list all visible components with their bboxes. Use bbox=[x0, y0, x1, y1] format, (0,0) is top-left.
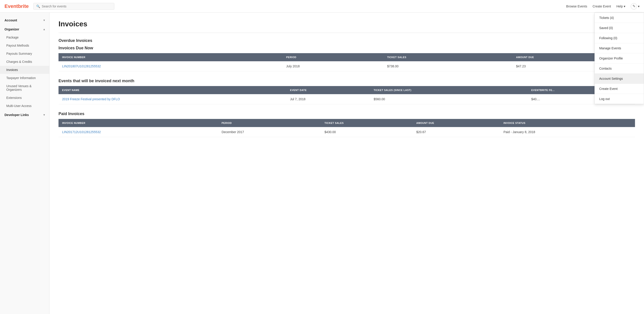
sidebar-item-package[interactable]: Package bbox=[0, 33, 49, 42]
user-menu-button[interactable]: ✎ ▾ bbox=[631, 3, 640, 10]
sidebar-item-extensions[interactable]: Extensions bbox=[0, 94, 49, 102]
dropdown-logout[interactable]: Log out bbox=[595, 94, 644, 104]
account-label: Account bbox=[4, 19, 17, 22]
paid-invoice-link-0[interactable]: LIN201712U101281255532 bbox=[62, 130, 101, 134]
dropdown-contacts[interactable]: Contacts bbox=[595, 64, 644, 74]
organizer-chevron: ▴ bbox=[44, 28, 45, 31]
col-paid-ticket-sales: Ticket Sales bbox=[321, 119, 413, 127]
sidebar-item-invoices[interactable]: Invoices bbox=[0, 66, 49, 74]
col-invoice-status: Invoice Status bbox=[500, 119, 635, 127]
due-now-ticket-sales-0: $738.00 bbox=[384, 61, 512, 71]
next-month-row-0: 2019 Freeze Festival presented by DFLO J… bbox=[58, 94, 635, 104]
overdue-section-title: Overdue Invoices bbox=[58, 38, 635, 43]
due-now-section-title: Invoices Due Now bbox=[58, 46, 635, 51]
organizer-label: Organizer bbox=[4, 28, 19, 31]
dropdown-tickets[interactable]: Tickets (4) bbox=[595, 13, 644, 23]
col-event-date: Event Date bbox=[286, 86, 370, 94]
col-period: Period bbox=[282, 53, 384, 61]
sidebar-item-charges-credits[interactable]: Charges & Credits bbox=[0, 58, 49, 66]
developer-header[interactable]: Developer Links ▾ bbox=[0, 111, 49, 119]
sidebar-item-multi-user[interactable]: Multi-User Access bbox=[0, 102, 49, 110]
dropdown-create-event[interactable]: Create Event bbox=[595, 84, 644, 94]
organizer-header[interactable]: Organizer ▴ bbox=[0, 25, 49, 33]
col-event-name: Event Name bbox=[58, 86, 286, 94]
top-nav: Eventbrite 🔍 Browse Events Create Event … bbox=[0, 0, 644, 13]
user-dropdown: Tickets (4) Saved (0) Following (0) Mana… bbox=[594, 13, 644, 104]
due-now-table: Invoice Number Period Ticket Sales Amoun… bbox=[58, 53, 635, 71]
account-section: Account ▾ bbox=[0, 16, 49, 24]
next-month-section-title: Events that will be invoiced next month bbox=[58, 79, 635, 83]
create-event-link[interactable]: Create Event bbox=[592, 5, 611, 8]
dropdown-saved[interactable]: Saved (0) bbox=[595, 23, 644, 33]
col-paid-period: Period bbox=[218, 119, 321, 127]
account-chevron: ▾ bbox=[44, 19, 45, 22]
next-month-event-link-0[interactable]: 2019 Freeze Festival presented by DFLO bbox=[62, 97, 120, 101]
search-bar[interactable]: 🔍 bbox=[33, 3, 114, 10]
app-body: Account ▾ Organizer ▴ Package Payout Met… bbox=[0, 13, 644, 314]
paid-ticket-sales-0: $430.00 bbox=[321, 127, 413, 137]
dropdown-manage-events[interactable]: Manage Events bbox=[595, 43, 644, 53]
sidebar-item-taxpayer[interactable]: Taxpayer Information bbox=[0, 74, 49, 82]
nav-links: Browse Events Create Event Help ▾ ✎ ▾ bbox=[566, 3, 640, 10]
account-header[interactable]: Account ▾ bbox=[0, 16, 49, 24]
search-icon: 🔍 bbox=[36, 5, 40, 8]
paid-period-0: December 2017 bbox=[218, 127, 321, 137]
next-month-header-row: Event Name Event Date Ticket Sales (Sinc… bbox=[58, 86, 635, 94]
paid-row-0: LIN201712U101281255532 December 2017 $43… bbox=[58, 127, 635, 137]
paid-table: Invoice Number Period Ticket Sales Amoun… bbox=[58, 119, 635, 137]
next-month-table: Event Name Event Date Ticket Sales (Sinc… bbox=[58, 86, 635, 104]
help-link[interactable]: Help ▾ bbox=[616, 5, 625, 8]
col-ticket-sales: Ticket Sales bbox=[384, 53, 512, 61]
user-avatar: ✎ bbox=[631, 3, 637, 10]
organizer-section: Organizer ▴ Package Payout Methods Payou… bbox=[0, 25, 49, 110]
sidebar: Account ▾ Organizer ▴ Package Payout Met… bbox=[0, 13, 50, 314]
next-month-date-0: Jul 7, 2018 bbox=[286, 94, 370, 104]
paid-amount-due-0: $20.67 bbox=[413, 127, 500, 137]
dropdown-organizer-profile[interactable]: Organizer Profile bbox=[595, 53, 644, 64]
developer-section: Developer Links ▾ bbox=[0, 111, 49, 119]
dropdown-account-settings[interactable]: Account Settings bbox=[595, 74, 644, 84]
browse-events-link[interactable]: Browse Events bbox=[566, 5, 587, 8]
next-month-ticket-sales-0: $560.00 bbox=[370, 94, 528, 104]
paid-status-0: Paid - January 8, 2018 bbox=[500, 127, 635, 137]
developer-label: Developer Links bbox=[4, 113, 29, 117]
col-paid-amount-due: Amount Due bbox=[413, 119, 500, 127]
col-ticket-sales-since: Ticket Sales (Since Last) bbox=[370, 86, 528, 94]
due-now-header-row: Invoice Number Period Ticket Sales Amoun… bbox=[58, 53, 635, 61]
search-input[interactable] bbox=[42, 5, 112, 8]
sidebar-item-payouts-summary[interactable]: Payouts Summary bbox=[0, 50, 49, 58]
developer-chevron: ▾ bbox=[44, 113, 45, 116]
page-title: Invoices bbox=[58, 20, 635, 28]
col-paid-invoice-number: Invoice Number bbox=[58, 119, 218, 127]
dropdown-following[interactable]: Following (0) bbox=[595, 33, 644, 43]
paid-header-row: Invoice Number Period Ticket Sales Amoun… bbox=[58, 119, 635, 127]
due-now-period-0: July 2018 bbox=[282, 61, 384, 71]
due-now-invoice-link-0[interactable]: LIN201807U101281255532 bbox=[62, 64, 101, 68]
sidebar-item-unused-venues[interactable]: Unused Venues & Organizers bbox=[0, 82, 49, 94]
col-invoice-number: Invoice Number bbox=[58, 53, 282, 61]
due-now-row-0: LIN201807U101281255532 July 2018 $738.00… bbox=[58, 61, 635, 71]
logo[interactable]: Eventbrite bbox=[4, 4, 29, 9]
paid-section-title: Paid Invoices bbox=[58, 112, 635, 116]
sidebar-item-payout-methods[interactable]: Payout Methods bbox=[0, 42, 49, 50]
main-content: Invoices Overdue Invoices Invoices Due N… bbox=[50, 13, 644, 314]
